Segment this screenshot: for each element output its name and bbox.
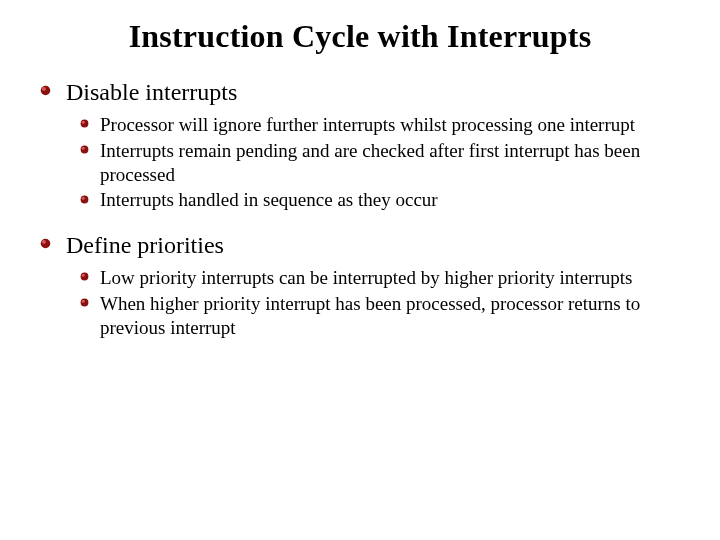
svg-point-4 — [81, 146, 89, 154]
svg-point-7 — [82, 196, 85, 199]
svg-point-0 — [41, 85, 51, 95]
page-title: Instruction Cycle with Interrupts — [40, 18, 680, 55]
svg-point-11 — [82, 274, 85, 277]
svg-point-8 — [41, 238, 51, 248]
list-item: Define priorities Low priority interrupt… — [40, 230, 680, 339]
list-item: Interrupts handled in sequence as they o… — [80, 188, 680, 212]
bullet-list: Disable interrupts Processor will ignore… — [40, 77, 680, 339]
list-item: When higher priority interrupt has been … — [80, 292, 680, 340]
svg-point-3 — [82, 121, 85, 124]
list-item-label: Define priorities — [66, 232, 224, 258]
list-item: Processor will ignore further interrupts… — [80, 113, 680, 137]
bullet-icon — [80, 298, 89, 307]
list-item-label: Processor will ignore further interrupts… — [100, 114, 635, 135]
bullet-icon — [80, 195, 89, 204]
svg-point-13 — [82, 300, 85, 303]
list-item: Interrupts remain pending and are checke… — [80, 139, 680, 187]
svg-point-5 — [82, 147, 85, 150]
list-item: Disable interrupts Processor will ignore… — [40, 77, 680, 212]
svg-point-6 — [81, 195, 89, 203]
svg-point-2 — [81, 120, 89, 128]
sub-list: Low priority interrupts can be interrupt… — [80, 266, 680, 339]
svg-point-1 — [42, 87, 46, 91]
list-item-label: Interrupts handled in sequence as they o… — [100, 189, 438, 210]
bullet-icon — [80, 119, 89, 128]
list-item-label: Low priority interrupts can be interrupt… — [100, 267, 632, 288]
svg-point-12 — [81, 299, 89, 307]
bullet-icon — [40, 238, 51, 249]
list-item-label: Disable interrupts — [66, 79, 237, 105]
list-item-label: Interrupts remain pending and are checke… — [100, 140, 640, 185]
bullet-icon — [80, 272, 89, 281]
bullet-icon — [40, 85, 51, 96]
svg-point-10 — [81, 273, 89, 281]
svg-point-9 — [42, 240, 46, 244]
bullet-icon — [80, 145, 89, 154]
sub-list: Processor will ignore further interrupts… — [80, 113, 680, 212]
list-item-label: When higher priority interrupt has been … — [100, 293, 640, 338]
list-item: Low priority interrupts can be interrupt… — [80, 266, 680, 290]
slide: Instruction Cycle with Interrupts Disabl… — [0, 0, 720, 540]
